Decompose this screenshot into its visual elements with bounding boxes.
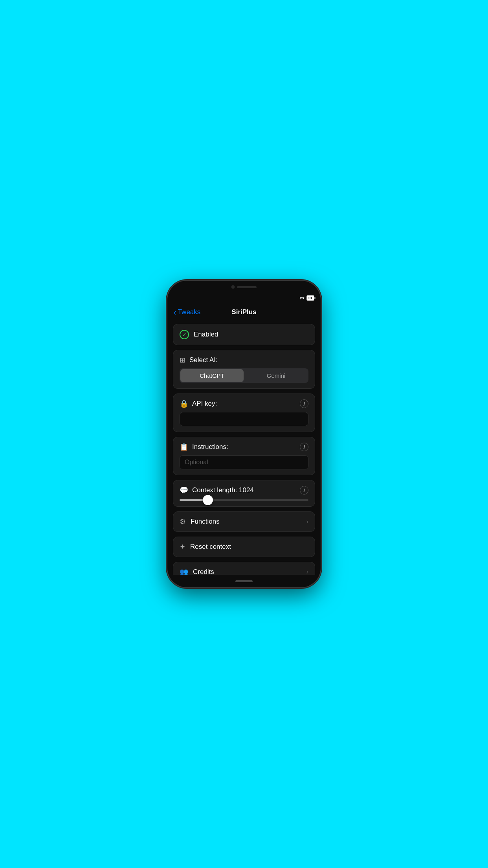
- status-icons: ▾▾ 51: [300, 295, 314, 301]
- api-key-label: API key:: [192, 400, 217, 408]
- functions-left: ⚙ Functions: [180, 517, 220, 526]
- api-key-card: 🔒 API key: i: [173, 394, 315, 432]
- screen: ‹ Tweaks SiriPlus ✓ Enabled ⊞ Selec: [167, 303, 321, 575]
- context-slider-container: [180, 499, 308, 501]
- instructions-icon: 📋: [180, 443, 188, 451]
- enabled-card[interactable]: ✓ Enabled: [173, 324, 315, 345]
- check-symbol: ✓: [182, 332, 187, 338]
- phone-frame: ▾▾ 51 ‹ Tweaks SiriPlus ✓ Enabled: [167, 281, 321, 587]
- select-ai-label: Select AI:: [189, 356, 218, 364]
- phone-top-bar: [167, 281, 321, 293]
- context-length-label: Context length: 1024: [192, 486, 254, 494]
- api-key-input[interactable]: [180, 412, 308, 426]
- reset-context-card[interactable]: ✦ Reset context: [173, 537, 315, 557]
- home-indicator: [167, 575, 321, 587]
- context-info-icon[interactable]: i: [300, 486, 308, 495]
- chatgpt-label: ChatGPT: [200, 372, 224, 379]
- api-key-left: 🔒 API key:: [180, 399, 217, 408]
- instructions-header: 📋 Instructions: i: [180, 443, 308, 451]
- speaker: [237, 286, 257, 288]
- slider-thumb[interactable]: [203, 495, 213, 505]
- back-button[interactable]: ‹ Tweaks: [174, 308, 200, 316]
- context-length-left: 💬 Context length: 1024: [180, 486, 254, 495]
- front-camera: [231, 285, 235, 289]
- slider-track: [180, 499, 308, 501]
- functions-card[interactable]: ⚙ Functions ›: [173, 511, 315, 532]
- reset-context-label: Reset context: [190, 543, 231, 551]
- nav-header: ‹ Tweaks SiriPlus: [167, 303, 321, 321]
- status-bar: ▾▾ 51: [167, 293, 321, 303]
- context-length-card: 💬 Context length: 1024 i: [173, 480, 315, 507]
- reset-context-left: ✦ Reset context: [180, 542, 231, 551]
- select-ai-icon: ⊞: [180, 356, 185, 364]
- context-length-header: 💬 Context length: 1024 i: [180, 486, 308, 495]
- credits-label: Credits: [193, 568, 214, 575]
- instructions-info-symbol: i: [303, 444, 305, 450]
- chatgpt-segment-btn[interactable]: ChatGPT: [180, 369, 244, 382]
- enabled-row: ✓ Enabled: [180, 330, 308, 339]
- credits-card[interactable]: 👥 Credits ›: [173, 562, 315, 575]
- instructions-input[interactable]: [180, 455, 308, 469]
- reset-icon: ✦: [180, 542, 185, 551]
- context-length-value: 1024: [239, 486, 254, 494]
- content-area: ✓ Enabled ⊞ Select AI: ChatGPT Gemini: [167, 321, 321, 575]
- select-ai-header: ⊞ Select AI:: [180, 356, 308, 364]
- lock-icon: 🔒: [180, 399, 188, 408]
- functions-label: Functions: [191, 518, 220, 526]
- home-bar: [235, 580, 253, 582]
- enabled-label: Enabled: [194, 331, 218, 338]
- back-chevron-icon: ‹: [174, 308, 176, 316]
- check-icon: ✓: [180, 330, 189, 339]
- instructions-label: Instructions:: [192, 443, 228, 451]
- gemini-label: Gemini: [267, 372, 286, 379]
- page-title: SiriPlus: [231, 308, 256, 316]
- credits-row: 👥 Credits ›: [180, 568, 308, 575]
- instructions-info-icon[interactable]: i: [300, 443, 308, 451]
- credits-icon: 👥: [180, 568, 188, 575]
- api-info-symbol: i: [303, 401, 305, 407]
- select-ai-card: ⊞ Select AI: ChatGPT Gemini: [173, 350, 315, 389]
- wifi-icon: ▾▾: [300, 296, 305, 301]
- functions-chevron-icon: ›: [306, 518, 308, 525]
- reset-context-row: ✦ Reset context: [180, 542, 308, 551]
- functions-row: ⚙ Functions ›: [180, 517, 308, 526]
- api-key-header: 🔒 API key: i: [180, 399, 308, 408]
- instructions-card: 📋 Instructions: i: [173, 437, 315, 475]
- battery-indicator: 51: [306, 295, 314, 301]
- notch-area: [231, 285, 257, 289]
- back-label: Tweaks: [178, 308, 201, 316]
- api-key-info-icon[interactable]: i: [300, 399, 308, 408]
- ai-segment-control: ChatGPT Gemini: [180, 368, 308, 383]
- gemini-segment-btn[interactable]: Gemini: [244, 369, 308, 382]
- context-info-symbol: i: [303, 487, 305, 493]
- functions-icon: ⚙: [180, 517, 186, 526]
- credits-left: 👥 Credits: [180, 568, 214, 575]
- credits-chevron-icon: ›: [306, 568, 308, 575]
- context-icon: 💬: [180, 486, 188, 495]
- instructions-left: 📋 Instructions:: [180, 443, 228, 451]
